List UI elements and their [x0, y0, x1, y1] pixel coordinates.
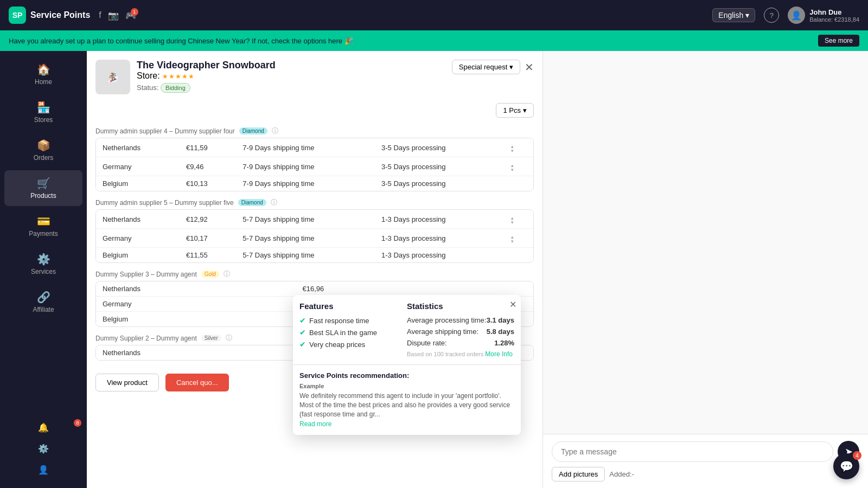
sidebar-item-label: Orders: [34, 154, 54, 162]
sidebar-item-home[interactable]: 🏠 Home: [4, 56, 82, 92]
sort-down-icon[interactable]: ▼: [510, 221, 514, 225]
sort-cell: ▲▼: [501, 157, 533, 176]
sidebar-item-stores[interactable]: 🏪 Stores: [4, 94, 82, 130]
chevron-down-icon: ▾: [745, 11, 749, 20]
discord-notification-badge: 1: [131, 8, 138, 16]
popup-recommendation: Service Points recommendation: Example W…: [293, 365, 521, 435]
qty-value: 1 Pcs: [503, 106, 521, 114]
features-title: Features: [299, 301, 407, 311]
info-icon-4[interactable]: ⓘ: [226, 333, 232, 343]
processing-cell: 3-5 Days processing: [375, 157, 501, 176]
supplier-badge-2: Diamond: [238, 199, 266, 206]
sidebar-item-products[interactable]: 🛒 Products: [4, 170, 82, 206]
shipping-cell: 5-7 Days shipping time: [236, 229, 375, 248]
chat-panel: ➤ Add pictures Added:-: [542, 51, 868, 488]
chat-input[interactable]: [552, 441, 833, 462]
qty-selector: 1 Pcs ▾: [95, 103, 534, 118]
instagram-icon[interactable]: 📷: [108, 10, 119, 21]
affiliate-icon: 🔗: [37, 291, 50, 304]
sidebar-item-orders[interactable]: 📦 Orders: [4, 132, 82, 168]
supplier-badge-1: Diamond: [239, 127, 267, 134]
stat-value: 3.1 days: [487, 316, 514, 324]
sort-down-icon[interactable]: ▼: [510, 168, 514, 172]
read-more-link[interactable]: Read more: [299, 420, 331, 428]
country-cell: Germany: [96, 297, 296, 312]
processing-cell: 3-5 Days processing: [375, 176, 501, 191]
supplier-table-2: Netherlands €12,92 5-7 Days shipping tim…: [96, 210, 533, 262]
sidebar-item-label: Services: [31, 268, 56, 275]
user-info: John Due Balance: €2318,84: [809, 8, 859, 23]
add-pictures-button[interactable]: Add pictures: [552, 467, 605, 481]
product-title: The Videographer Snowboard: [137, 60, 276, 71]
feature-label: Very cheap prices: [309, 341, 365, 349]
check-icon: ✔: [299, 340, 306, 349]
modal-area: 🏂 The Videographer Snowboard Store: ★ ★ …: [87, 51, 542, 488]
popup-close-button[interactable]: ✕: [509, 299, 516, 310]
sidebar-item-label: Stores: [34, 116, 53, 124]
language-selector[interactable]: English ▾: [712, 8, 755, 22]
statistics-column: Statistics Average processing time: 3.1 …: [407, 301, 514, 358]
recommendation-title: Service Points recommendation:: [299, 371, 514, 380]
quantity-selector[interactable]: 1 Pcs ▾: [496, 103, 534, 118]
store-label: Store:: [137, 71, 160, 80]
supplier-section-1: Dummy admin supplier 4 – Dummy supplier …: [95, 124, 534, 191]
logo-area: SP Service Points: [9, 7, 90, 24]
table-row: Germany €10,17 5-7 Days shipping time 1-…: [96, 229, 533, 248]
supplier-badge-4: Silver: [201, 335, 221, 342]
supplier-section-2: Dummy admin supplier 5 – Dummy supplier …: [95, 196, 534, 263]
info-icon-1[interactable]: ⓘ: [272, 126, 278, 136]
notifications-button[interactable]: 🔔 8: [4, 418, 82, 437]
supplier-name-1: Dummy admin supplier 4 – Dummy supplier …: [95, 127, 235, 135]
shipping-cell: 7-9 Days shipping time: [236, 138, 375, 157]
product-thumbnail: 🏂: [95, 60, 130, 94]
recommendation-text: We definitely recommend this agent to in…: [299, 391, 514, 419]
sidebar-item-affiliate[interactable]: 🔗 Affiliate: [4, 284, 82, 320]
more-info-link[interactable]: More Info: [485, 350, 513, 358]
processing-cell: 1-3 Days processing: [375, 210, 501, 229]
added-label: Added:-: [609, 470, 634, 478]
shipping-cell: [431, 281, 482, 297]
country-cell: Germany: [96, 229, 180, 248]
info-icon-3[interactable]: ⓘ: [224, 269, 230, 279]
sidebar-item-services[interactable]: ⚙️ Services: [4, 246, 82, 282]
sidebar-item-label: Products: [30, 192, 56, 200]
supplier-name-4: Dummy Supplier 2 – Dummy agent: [95, 335, 197, 342]
special-request-button[interactable]: Special request ▾: [452, 60, 520, 74]
cancel-quote-button[interactable]: Cancel quo...: [165, 374, 229, 391]
profile-button[interactable]: 👤: [4, 460, 82, 479]
sort-down-icon[interactable]: ▼: [510, 240, 514, 244]
supplier-table-wrapper-1: Netherlands €11,59 7-9 Days shipping tim…: [95, 138, 534, 191]
sidebar-item-payments[interactable]: 💳 Payments: [4, 208, 82, 244]
facebook-icon[interactable]: f: [99, 10, 101, 21]
features-column: Features ✔ Fast response time ✔ Best SLA…: [299, 301, 407, 358]
discord-icon[interactable]: 🎮 1: [125, 10, 136, 21]
chat-bubble-button[interactable]: 💬 4: [833, 453, 859, 479]
settings-button[interactable]: ⚙️: [4, 439, 82, 458]
processing-cell: 3-5 Days processing: [375, 138, 501, 157]
feature-item-1: ✔ Fast response time: [299, 316, 407, 325]
shipping-cell: 7-9 Days shipping time: [236, 176, 375, 191]
table-row: Netherlands €16,96: [96, 281, 533, 297]
info-icon-2[interactable]: ⓘ: [271, 198, 277, 207]
see-more-button[interactable]: See more: [818, 35, 859, 47]
example-label: Example: [299, 383, 514, 389]
stat-row-2: Average shipping time: 5.8 days: [407, 328, 514, 336]
shipping-cell: 5-7 Days shipping time: [236, 248, 375, 263]
close-button[interactable]: ✕: [525, 61, 534, 74]
topbar: SP Service Points f 📷 🎮 1 English ▾ ? 👤 …: [0, 0, 868, 30]
price-cell: €16,96: [296, 281, 431, 297]
language-label: English: [718, 11, 743, 20]
table-row: Germany €9,46 7-9 Days shipping time 3-5…: [96, 157, 533, 176]
user-area: 👤 John Due Balance: €2318,84: [788, 7, 859, 24]
content: 🏂 The Videographer Snowboard Store: ★ ★ …: [87, 51, 868, 488]
view-product-button[interactable]: View product: [95, 374, 159, 391]
processing-cell: 1-3 Days processing: [375, 229, 501, 248]
supplier-name-3: Dummy Supplier 3 – Dummy agent: [95, 271, 197, 278]
help-button[interactable]: ?: [764, 8, 779, 23]
sort-cell: ▲▼: [501, 210, 533, 229]
country-cell: Netherlands: [96, 210, 180, 229]
main-layout: 🏠 Home 🏪 Stores 📦 Orders 🛒 Products 💳 Pa…: [0, 51, 868, 488]
sort-down-icon[interactable]: ▼: [510, 149, 514, 153]
sidebar-item-label: Payments: [29, 230, 58, 237]
chat-footer: ➤ Add pictures Added:-: [543, 434, 868, 488]
